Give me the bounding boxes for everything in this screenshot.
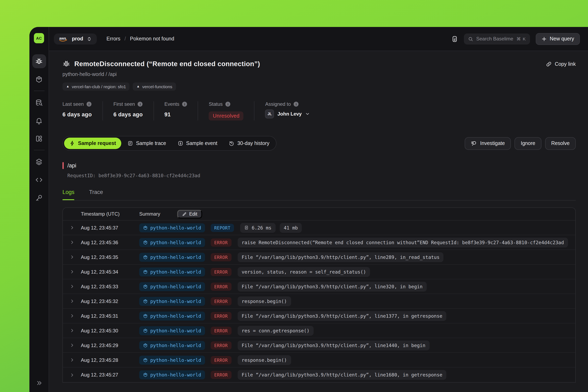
tag-environment[interactable]: ▲vercel-fan-club / region: sfo1: [62, 82, 130, 91]
tab-sample-event[interactable]: Sample event: [172, 138, 223, 149]
chevron-right-icon[interactable]: [63, 314, 81, 318]
stat-value: 6 days ago: [114, 112, 143, 118]
table-body: Aug 12, 23:45:37python-hello-worldREPORT…: [63, 220, 575, 382]
tab-label: Sample event: [186, 140, 218, 146]
table-row[interactable]: Aug 12, 23:45:32python-hello-worldERRORr…: [63, 294, 575, 309]
tab-sample-request[interactable]: Sample request: [64, 138, 121, 149]
tabs-underline: [62, 200, 576, 200]
breadcrumb-page[interactable]: Pokemon not found: [130, 36, 174, 42]
sidebar-item-layers[interactable]: [32, 155, 46, 169]
chevron-right-icon[interactable]: [63, 240, 81, 244]
sidebar-item-database-search[interactable]: [32, 96, 46, 110]
chevron-right-icon[interactable]: [63, 270, 81, 274]
assignee-selector[interactable]: JL John Levy: [265, 110, 310, 118]
info-icon[interactable]: i: [182, 102, 187, 106]
info-icon[interactable]: i: [138, 102, 143, 106]
clock-history-icon: [229, 140, 234, 146]
action-label: Resolve: [551, 140, 570, 146]
level-badge: ERROR: [210, 282, 231, 290]
sidebar-item-bug[interactable]: [32, 54, 46, 68]
tab-30-day-history[interactable]: 30-day history: [223, 138, 274, 149]
table-row[interactable]: Aug 12, 23:45:37python-hello-worldREPORT…: [63, 220, 575, 235]
info-icon[interactable]: i: [226, 102, 230, 106]
level-badge: ERROR: [210, 297, 231, 305]
service-badge[interactable]: python-hello-world: [139, 311, 205, 320]
chevrons-up-down-icon: [86, 36, 92, 42]
level-badge: ERROR: [210, 341, 231, 349]
table-row[interactable]: Aug 12, 23:45:35python-hello-worldERRORF…: [63, 250, 575, 264]
table-row[interactable]: Aug 12, 23:45:33python-hello-worldERRORF…: [63, 279, 575, 294]
notebook-button[interactable]: [452, 35, 458, 42]
chevron-right-icon[interactable]: [63, 226, 81, 230]
copy-link-button[interactable]: Copy link: [546, 61, 576, 67]
table-row[interactable]: Aug 12, 23:45:31python-hello-worldERRORF…: [63, 309, 575, 324]
sidebar-item-cube[interactable]: [32, 72, 46, 86]
tag-service[interactable]: ▲vercel-functions: [133, 82, 176, 91]
stat-label: Status: [209, 101, 223, 107]
service-badge[interactable]: python-hello-world: [139, 297, 205, 306]
service-badge[interactable]: python-hello-world: [139, 356, 205, 364]
table-row[interactable]: Aug 12, 23:45:34python-hello-worldERRORv…: [63, 264, 575, 279]
chevron-down-icon: [305, 112, 310, 116]
table-header: Timestamp (UTC) Summary Edit: [63, 208, 575, 220]
service-badge[interactable]: python-hello-world: [139, 252, 205, 262]
service-badge[interactable]: python-hello-world: [139, 326, 205, 335]
search-icon: [468, 36, 474, 42]
environment-switcher[interactable]: aws prod: [54, 33, 97, 44]
chevron-right-icon[interactable]: [63, 328, 81, 333]
cube-icon: [143, 328, 148, 333]
resolve-button[interactable]: Resolve: [545, 137, 576, 150]
chevron-right-icon[interactable]: [63, 343, 81, 348]
service-badge[interactable]: python-hello-world: [139, 223, 205, 232]
service-badge[interactable]: python-hello-world: [139, 238, 205, 247]
edit-columns-button[interactable]: Edit: [178, 210, 202, 218]
table-row[interactable]: Aug 12, 23:45:36python-hello-worldERRORr…: [63, 235, 575, 250]
investigate-button[interactable]: Investigate: [465, 137, 511, 150]
bell-icon: [35, 116, 43, 124]
tab-sample-trace[interactable]: Sample trace: [122, 138, 171, 149]
sidebar-item-key[interactable]: [32, 191, 46, 204]
code-icon: [35, 176, 43, 184]
tag-row: ▲vercel-fan-club / region: sfo1 ▲vercel-…: [62, 82, 576, 91]
chevron-right-icon[interactable]: [63, 255, 81, 259]
service-badge[interactable]: python-hello-world: [139, 341, 205, 350]
sidebar-collapse-button[interactable]: [30, 380, 48, 386]
new-query-button[interactable]: New query: [536, 33, 580, 45]
breadcrumb-section[interactable]: Errors: [106, 36, 120, 42]
tab-logs[interactable]: Logs: [62, 189, 74, 200]
column-header-summary: Summary: [139, 211, 160, 217]
chevron-right-icon[interactable]: [63, 372, 81, 377]
chevron-right-icon[interactable]: [63, 358, 81, 362]
bolt-square-icon: [178, 140, 183, 146]
chevron-right-icon[interactable]: [63, 284, 81, 289]
sidebar-item-dashboard[interactable]: [32, 132, 46, 145]
investigate-icon: [471, 140, 477, 146]
info-icon[interactable]: i: [294, 102, 298, 106]
tab-trace[interactable]: Trace: [89, 189, 103, 200]
table-row[interactable]: Aug 12, 23:45:28python-hello-worldERRORr…: [63, 353, 575, 368]
key-icon: [35, 194, 43, 202]
service-badge[interactable]: python-hello-world: [139, 267, 205, 276]
sidebar-item-code[interactable]: [32, 173, 46, 186]
stat-label: Events: [164, 101, 179, 107]
sidebar-item-bell[interactable]: [32, 114, 46, 128]
view-tabs: LogsTrace: [62, 189, 576, 200]
level-badge: ERROR: [210, 238, 231, 246]
table-row[interactable]: Aug 12, 23:45:27python-hello-worldERRORF…: [63, 368, 575, 382]
info-icon[interactable]: i: [86, 102, 92, 106]
search-input[interactable]: Search Baselime ⌘ K: [464, 33, 530, 44]
log-message: response.begin(): [238, 355, 291, 365]
ignore-button[interactable]: Ignore: [515, 137, 542, 150]
chevron-right-icon[interactable]: [63, 299, 81, 304]
breadcrumb: Errors / Pokemon not found: [106, 36, 174, 42]
table-row[interactable]: Aug 12, 23:45:29python-hello-worldERRORF…: [63, 338, 575, 353]
table-row[interactable]: Aug 12, 23:45:30python-hello-worldERRORr…: [63, 324, 575, 338]
avatar[interactable]: AC: [34, 33, 44, 43]
row-timestamp: Aug 12, 23:45:27: [81, 372, 139, 378]
row-timestamp: Aug 12, 23:45:32: [81, 298, 139, 304]
service-badge[interactable]: python-hello-world: [139, 282, 205, 291]
service-badge[interactable]: python-hello-world: [139, 370, 205, 379]
stat-status: Statusi Unresolved: [209, 101, 254, 120]
stat-label: Assigned to: [265, 101, 291, 107]
log-table: Timestamp (UTC) Summary Edit Aug 12, 23:…: [62, 208, 576, 382]
